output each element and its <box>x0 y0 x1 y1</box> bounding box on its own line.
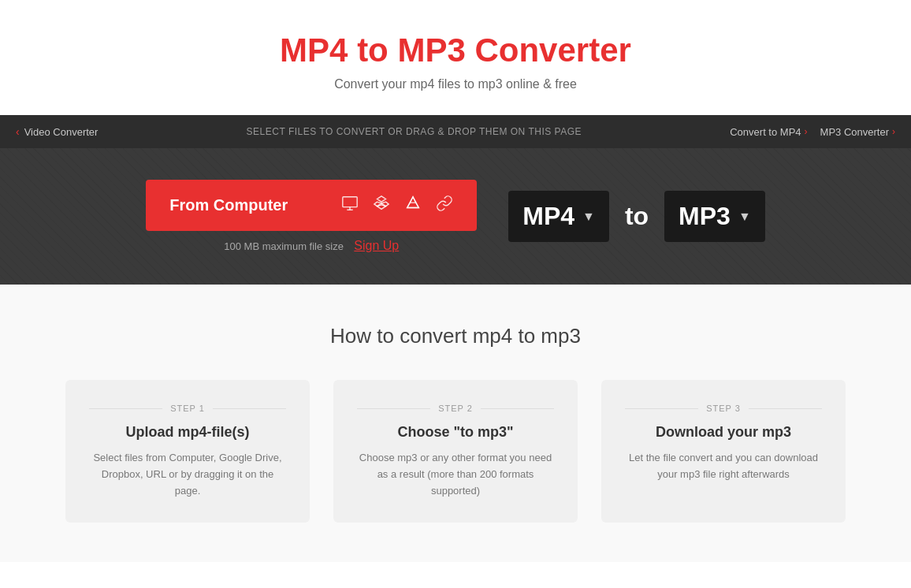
file-size-note-row: 100 MB maximum file size Sign Up <box>224 239 399 253</box>
page-title: MP4 to MP3 Converter <box>16 32 895 69</box>
step-1-label: STEP 1 <box>162 404 213 413</box>
upload-section: From Computer <box>146 180 477 253</box>
header-section: MP4 to MP3 Converter Convert your mp4 fi… <box>0 0 911 115</box>
to-format-button[interactable]: MP3 ▼ <box>664 191 765 242</box>
nav-video-converter-link[interactable]: Video Converter <box>24 126 99 138</box>
step-3-label-wrap: STEP 3 <box>625 404 822 413</box>
format-section: MP4 ▼ to MP3 ▼ <box>508 191 764 242</box>
upload-button[interactable]: From Computer <box>146 180 477 231</box>
to-format-dropdown-arrow: ▼ <box>738 210 751 224</box>
signup-link[interactable]: Sign Up <box>354 239 399 252</box>
nav-mp3-chevron: › <box>892 126 895 137</box>
nav-right: Convert to MP4 › MP3 Converter › <box>730 126 895 138</box>
step-1-card: STEP 1 Upload mp4-file(s) Select files f… <box>65 380 310 523</box>
to-format-label: MP3 <box>679 202 731 231</box>
computer-icon[interactable] <box>341 195 359 217</box>
converter-content: From Computer <box>0 148 911 285</box>
google-drive-icon[interactable] <box>404 195 422 217</box>
step-2-description: Choose mp3 or any other format you need … <box>357 450 554 499</box>
nav-mp3-converter[interactable]: MP3 Converter › <box>820 126 895 138</box>
format-to-text: to <box>617 202 656 231</box>
step-2-card: STEP 2 Choose "to mp3" Choose mp3 or any… <box>333 380 578 523</box>
nav-left-chevron: ‹ <box>16 125 20 138</box>
url-link-icon[interactable] <box>436 195 453 217</box>
step-3-label: STEP 3 <box>698 404 749 413</box>
nav-mp3-converter-label: MP3 Converter <box>820 126 889 138</box>
nav-left: ‹ Video Converter <box>16 125 98 138</box>
nav-convert-mp4-chevron: › <box>805 126 808 137</box>
nav-center-text: SELECT FILES TO CONVERT OR DRAG & DROP T… <box>247 126 582 137</box>
dropbox-icon[interactable] <box>373 195 390 217</box>
step-3-card: STEP 3 Download your mp3 Let the file co… <box>601 380 846 523</box>
step-2-label: STEP 2 <box>430 404 481 413</box>
from-format-dropdown-arrow: ▼ <box>582 210 595 224</box>
step-3-title: Download your mp3 <box>625 424 822 441</box>
step-3-description: Let the file convert and you can downloa… <box>625 450 822 483</box>
nav-row: ‹ Video Converter SELECT FILES TO CONVER… <box>0 115 911 148</box>
from-format-button[interactable]: MP4 ▼ <box>508 191 609 242</box>
converter-bar: ‹ Video Converter SELECT FILES TO CONVER… <box>0 115 911 285</box>
upload-button-label: From Computer <box>169 196 288 214</box>
nav-convert-to-mp4[interactable]: Convert to MP4 › <box>730 126 807 138</box>
step-1-line-left <box>89 408 162 409</box>
step-1-line-right <box>213 408 286 409</box>
step-1-title: Upload mp4-file(s) <box>89 424 286 441</box>
how-to-title: How to convert mp4 to mp3 <box>47 324 864 348</box>
file-size-text: 100 MB maximum file size <box>224 240 344 252</box>
step-2-title: Choose "to mp3" <box>357 424 554 441</box>
step-2-label-wrap: STEP 2 <box>357 404 554 413</box>
svg-rect-0 <box>343 196 357 207</box>
from-format-label: MP4 <box>522 202 574 231</box>
step-2-line-left <box>357 408 430 409</box>
step-1-description: Select files from Computer, Google Drive… <box>89 450 286 499</box>
upload-icons <box>341 195 453 217</box>
step-3-line-right <box>749 408 822 409</box>
steps-grid: STEP 1 Upload mp4-file(s) Select files f… <box>47 380 864 523</box>
nav-convert-to-mp4-label: Convert to MP4 <box>730 126 801 138</box>
step-1-label-wrap: STEP 1 <box>89 404 286 413</box>
how-to-section: How to convert mp4 to mp3 STEP 1 Upload … <box>0 285 911 562</box>
step-2-line-right <box>481 408 554 409</box>
page-subtitle: Convert your mp4 files to mp3 online & f… <box>16 77 895 91</box>
step-3-line-left <box>625 408 698 409</box>
